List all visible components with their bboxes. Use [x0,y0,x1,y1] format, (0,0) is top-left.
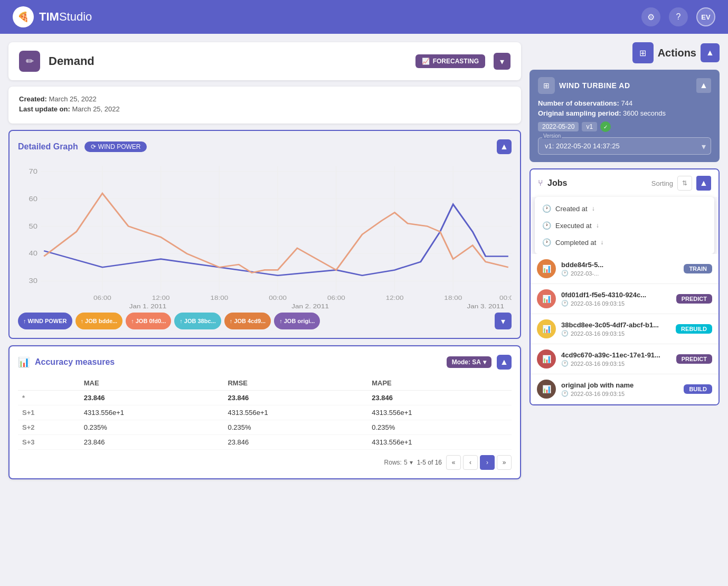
svg-text:60: 60 [29,195,37,203]
table-row: S+2 0.235% 0.235% 0.235% [18,420,512,435]
job-badge: TRAIN [684,264,712,273]
table-row: * 23.846 23.846 23.846 [18,391,512,405]
job-avatar: 📊 [537,319,556,338]
list-item[interactable]: 📊 4cd9c670-a39c-11ec-17e1-91... 🕐 2022-0… [531,344,718,374]
legend-job5[interactable]: ↑ JOB origi... [274,313,320,329]
help-button[interactable]: ? [669,7,688,26]
legend-job2[interactable]: ↑ JOB 0fd0... [126,313,171,329]
job-avatar: 📊 [537,289,556,308]
clock-icon: 🕐 [561,300,569,307]
info-card: Created: March 25, 2022 Last update on: … [8,87,521,124]
col-label [18,376,80,391]
forecasting-badge: 📈 FORECASTING [415,54,485,68]
actions-grid-button[interactable]: ⊞ [632,42,654,63]
last-page-button[interactable]: » [497,455,512,470]
row-mape: 4313.556e+1 [367,435,512,450]
header-actions: ⚙ ? EV [641,7,715,26]
legend-wind-power[interactable]: ↑ WIND POWER [18,313,72,329]
table-row: S+1 4313.556e+1 4313.556e+1 4313.556e+1 [18,405,512,420]
sort-executed-at[interactable]: 🕐 Executed at ↓ [535,217,714,234]
pagination-controls: « ‹ › » [446,455,512,470]
svg-text:70: 70 [29,168,37,175]
job-id: 0fd01df1-f5e5-4310-924c... [561,291,671,299]
avatar[interactable]: EV [696,7,715,26]
first-page-button[interactable]: « [446,455,461,470]
wind-card-collapse-button[interactable]: ▲ [696,78,711,93]
sort-created-at[interactable]: 🕐 Created at ↓ [535,200,714,217]
version-select-wrap: Version v1: 2022-05-20 14:37:25 ▾ [538,137,711,155]
svg-text:06:00: 06:00 [327,295,345,301]
sorting-dropdown: 🕐 Created at ↓ 🕐 Executed at ↓ 🕐 Complet… [535,197,714,254]
right-panel: ⊞ Actions ▲ ⊞ WIND TURBINE AD ▲ Number o… [530,42,720,479]
clock-icon: 🕐 [561,270,569,277]
jobs-collapse-button[interactable]: ▲ [696,176,711,191]
graph-collapse-button[interactable]: ▲ [497,139,512,154]
accuracy-collapse-button[interactable]: ▲ [497,355,512,370]
row-label: S+2 [18,420,80,435]
jobs-list: 📊 bdde84r5-5... 🕐 2022-03-... TRAIN 📊 0f… [531,254,718,404]
svg-text:00:00: 00:00 [499,295,512,301]
list-item[interactable]: 📊 38bcd8ee-3c05-4df7-abcf-b1... 🕐 2022-0… [531,314,718,344]
list-item[interactable]: 📊 original job with name 🕐 2022-03-16 09… [531,374,718,404]
accuracy-title: Accuracy measures [35,357,441,367]
svg-text:18:00: 18:00 [444,295,462,301]
col-mape: MAPE [367,376,512,391]
col-mae: MAE [80,376,224,391]
graph-title: Detailed Graph [18,142,78,152]
col-rmse: RMSE [223,376,367,391]
logo-icon: 🍕 [13,6,34,27]
prev-page-button[interactable]: ‹ [463,455,478,470]
row-mae: 4313.556e+1 [80,405,224,420]
sorting-button[interactable]: ⇅ [677,176,692,191]
wind-version-tag: v1 [582,122,597,131]
row-label: S+1 [18,405,80,420]
demand-icon: ✏ [19,51,40,72]
list-item[interactable]: 📊 0fd01df1-f5e5-4310-924c... 🕐 2022-03-1… [531,284,718,314]
next-page-button[interactable]: › [480,455,495,470]
legend-job4[interactable]: ↑ JOB 4cd9... [224,313,271,329]
job-time: 🕐 2022-03-16 09:03:15 [561,360,671,367]
wind-sampling-row: Original sampling period: 3600 seconds [538,109,711,117]
version-label: Version [542,133,562,139]
created-row: Created: March 25, 2022 [19,95,510,103]
svg-text:Jan 3, 2011: Jan 3, 2011 [467,303,504,308]
svg-text:12:00: 12:00 [386,295,404,301]
row-label: S+3 [18,435,80,450]
left-panel: ✏ Demand 📈 FORECASTING ▾ Created: March … [8,42,521,479]
wind-tags: 2022-05-20 v1 ✓ [538,121,711,132]
wind-card-icon: ⊞ [538,77,555,94]
app-title: TIMStudio [39,10,92,24]
legend-job1[interactable]: ↑ JOB bdde... [75,313,123,329]
jobs-icon: ⑂ [538,178,543,188]
actions-title: Actions [658,47,696,59]
job-id: bdde84r5-5... [561,261,678,269]
actions-collapse-button[interactable]: ▲ [701,43,720,62]
chart-svg: 70 60 50 40 30 06:00 12:00 18:00 00:00 0… [18,160,512,308]
pagination-info: 1-5 of 16 [417,459,442,466]
job-info: original job with name 🕐 2022-03-16 09:0… [561,381,678,397]
jobs-title: Jobs [547,178,647,188]
demand-dropdown[interactable]: ▾ [494,53,510,70]
row-rmse: 23.846 [223,435,367,450]
job-id: 4cd9c670-a39c-11ec-17e1-91... [561,351,671,359]
legend-export-button[interactable]: ▾ [495,313,512,329]
svg-text:Jan 2, 2011: Jan 2, 2011 [291,303,329,308]
row-mae: 0.235% [80,420,224,435]
settings-button[interactable]: ⚙ [641,7,660,26]
list-item[interactable]: 📊 bdde84r5-5... 🕐 2022-03-... TRAIN [531,254,718,284]
row-mape: 23.846 [367,391,512,405]
job-info: 38bcd8ee-3c05-4df7-abcf-b1... 🕐 2022-03-… [561,321,670,337]
legend-job3[interactable]: ↑ JOB 38bc... [174,313,221,329]
accuracy-card: 📊 Accuracy measures Mode: SA ▾ ▲ MAE RMS… [8,345,521,479]
table-footer: Rows: 5 ▾ 1-5 of 16 « ‹ › » [18,455,512,470]
job-time: 🕐 2022-03-16 09:03:15 [561,300,671,307]
job-badge: PREDICT [676,354,712,364]
svg-text:Jan 1, 2011: Jan 1, 2011 [129,303,167,308]
job-info: 4cd9c670-a39c-11ec-17e1-91... 🕐 2022-03-… [561,351,671,367]
mode-badge[interactable]: Mode: SA ▾ [447,356,491,368]
accuracy-icon: 📊 [18,356,30,368]
row-mape: 4313.556e+1 [367,405,512,420]
main-layout: ✏ Demand 📈 FORECASTING ▾ Created: March … [0,34,728,488]
sort-completed-at[interactable]: 🕐 Completed at ↓ [535,234,714,251]
version-select[interactable]: v1: 2022-05-20 14:37:25 [538,137,711,155]
